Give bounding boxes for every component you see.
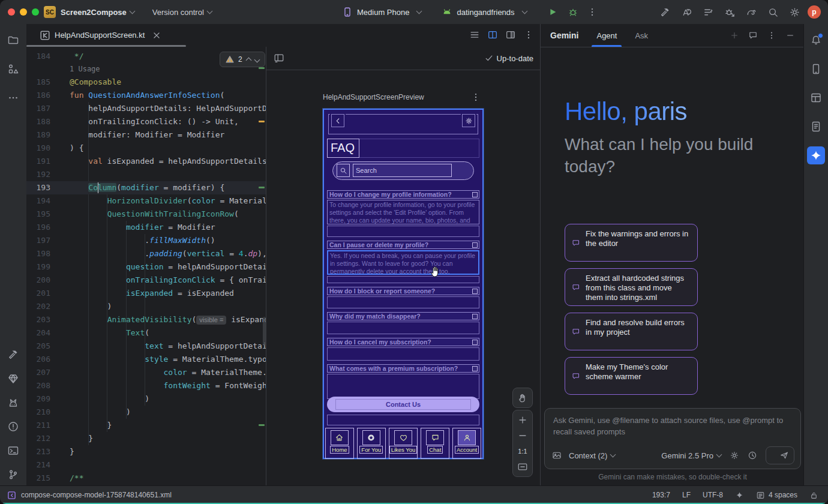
task-list-icon[interactable] [703, 7, 714, 18]
code-line-192[interactable]: 192 [26, 168, 266, 181]
code-line-185[interactable]: 185@Composable [26, 76, 266, 89]
version-control-menu[interactable]: Version control [152, 8, 204, 17]
debug-button[interactable] [568, 7, 578, 17]
faq-question[interactable]: What comes with a premium subscription? [327, 364, 479, 373]
gemini-settings-icon[interactable] [730, 451, 739, 460]
faq-answer[interactable]: Yes. If you need a break, you can pause … [327, 250, 479, 275]
inspection-mark[interactable] [259, 67, 265, 69]
project-name-menu[interactable]: Screen2Compose [61, 8, 127, 17]
plus-icon[interactable] [730, 31, 739, 40]
contact-us-button[interactable]: Contact Us [327, 397, 479, 412]
project-folder-icon[interactable] [4, 31, 22, 49]
code-line-191[interactable]: 191 val isExpanded = helpAndSupportDetai… [26, 155, 266, 168]
expand-icon[interactable] [472, 366, 478, 371]
tab-helpandsupportscreen[interactable]: HelpAndSupportScreen.kt [32, 24, 169, 46]
code-line-203[interactable]: 203 AnimatedVisibility(visible = isExpan… [26, 313, 266, 326]
zoom-actual-size-button[interactable]: 1:1 [513, 444, 532, 458]
notifications-bell-icon[interactable] [807, 31, 825, 49]
settings-gear-icon[interactable] [789, 7, 800, 18]
code-line-205[interactable]: 205 text = helpAndSupportDetails.answer, [26, 340, 266, 353]
code-line-188[interactable]: 188 onTrailingIconClick: () -> Unit, [26, 115, 266, 128]
code-line-199[interactable]: 199 question = helpAndSupportDetails.que… [26, 260, 266, 274]
code-line-204[interactable]: 204 Text( [26, 326, 266, 340]
indent-setting[interactable]: 4 spaces [756, 491, 797, 500]
running-devices-icon[interactable] [807, 60, 825, 78]
gemini-prompt-box[interactable]: Ask Gemini, use @filename to attach sour… [544, 408, 801, 469]
zoom-in-button[interactable] [513, 413, 532, 427]
chat-bubble-icon[interactable] [748, 31, 758, 40]
minus-line-icon[interactable] [785, 31, 795, 40]
code-line-194[interactable]: 194 HorizontalDivider(color = MaterialTh… [26, 194, 266, 208]
inspection-mark[interactable] [259, 187, 265, 188]
more-dots-icon[interactable] [4, 89, 22, 107]
gemini-suggestion-card[interactable]: Find and resolve build errors in my proj… [565, 313, 698, 350]
send-button[interactable] [766, 446, 794, 464]
build-hammer-icon[interactable] [659, 7, 671, 18]
nav-item-home[interactable]: Home [325, 428, 354, 459]
code-line-214[interactable]: 214 [26, 458, 266, 472]
maximize-window-button[interactable] [32, 8, 39, 16]
layout-panes-icon[interactable] [274, 53, 284, 64]
gemini-prompt-input[interactable]: Ask Gemini, use @filename to attach sour… [545, 409, 800, 443]
nav-item-account[interactable]: Account [452, 428, 481, 459]
code-line-213[interactable]: 213} [26, 445, 266, 458]
run-button[interactable] [547, 7, 558, 17]
code-line-187[interactable]: 187 helpAndSupportDetails: HelpAndSuppor… [26, 102, 266, 115]
device-explorer-icon[interactable] [807, 118, 825, 136]
zoom-out-button[interactable] [513, 428, 532, 443]
terminal-icon[interactable] [4, 442, 22, 460]
split-editor-icon[interactable] [487, 29, 498, 40]
layout-inspector-icon[interactable] [807, 89, 825, 107]
code-line-211[interactable]: 211 } [26, 419, 266, 432]
close-window-button[interactable] [8, 8, 15, 16]
code-line-206[interactable]: 206 style = MaterialTheme.typography.bod… [26, 353, 266, 366]
problems-circle-icon[interactable] [4, 418, 22, 436]
insights-gem-icon[interactable] [4, 370, 22, 388]
device-selector[interactable]: Medium Phone [342, 7, 421, 17]
code-line-197[interactable]: 197 .fillMaxWidth() [26, 234, 266, 247]
preview-canvas[interactable]: HelpAndSupportScreenPreview FAQ Search H… [266, 70, 541, 486]
kebab-icon[interactable] [767, 31, 776, 40]
user-avatar[interactable]: p [808, 5, 821, 19]
faq-question[interactable]: Can I pause or delete my profile? [327, 241, 479, 249]
git-branch-icon[interactable] [4, 466, 22, 484]
resource-structure-icon[interactable] [4, 60, 22, 78]
gemini-suggestion-card[interactable]: Fix the warnings and errors in the edito… [565, 224, 698, 262]
gemini-suggestion-card[interactable]: Make my Theme's color scheme warmer [565, 357, 698, 395]
previous-warning-icon[interactable] [245, 58, 251, 64]
code-line-201[interactable]: 201 isExpanded = isExpanded [26, 287, 266, 300]
kebab-icon[interactable] [523, 29, 534, 40]
faq-answer[interactable]: To change your profile information, go t… [327, 200, 479, 224]
history-clock-icon[interactable] [748, 451, 757, 460]
code-editor[interactable]: 184 */1 Usage185@Composable186fun Questi… [26, 47, 266, 486]
file-encoding[interactable]: UTF-8 [703, 491, 723, 499]
code-line-186[interactable]: 186fun QuestionAndAnswerInfoSection( [26, 89, 266, 102]
code-line-190[interactable]: 190) { [26, 142, 266, 155]
structure-lines-icon[interactable] [469, 29, 480, 40]
code-line-202[interactable]: 202 ) [26, 300, 266, 313]
run-configuration-selector[interactable]: datingandfriends [442, 7, 526, 17]
code-line-212[interactable]: 212 } [26, 432, 266, 445]
context-selector[interactable]: Context (2) [569, 451, 607, 460]
preview-phone-frame[interactable]: FAQ Search How do I change my profile in… [323, 109, 484, 459]
code-line-207[interactable]: 207 color = MaterialTheme.colorScheme.on… [26, 366, 266, 379]
wireframe-back-button[interactable] [330, 113, 346, 128]
more-run-options-button[interactable] [587, 7, 598, 17]
code-line-200[interactable]: 200 onTrailingIconClick = { onTrailingIc… [26, 274, 266, 287]
nav-item-for-you[interactable]: For You [357, 428, 386, 459]
profiler-bug-icon[interactable] [724, 7, 736, 18]
search-everywhere-icon[interactable] [767, 7, 779, 18]
gemini-suggestion-card[interactable]: Extract all hardcoded strings from this … [565, 268, 698, 306]
gemini-star-icon[interactable] [807, 146, 825, 164]
inspection-mark[interactable] [259, 424, 265, 426]
ai-assist-icon[interactable] [681, 7, 692, 18]
model-selector[interactable]: Gemini 2.5 Pro [661, 451, 713, 460]
wireframe-search-bar[interactable]: Search [332, 161, 474, 180]
faq-question[interactable]: How do I cancel my subscription? [327, 338, 479, 346]
line-separator[interactable]: LF [682, 491, 691, 499]
caret-position[interactable]: 193:7 [652, 491, 670, 499]
gemini-tab-agent[interactable]: Agent [595, 24, 618, 47]
status-file-name[interactable]: compose-compose-model-1758748140651.xml [21, 491, 172, 499]
gemini-tab-ask[interactable]: Ask [634, 24, 649, 47]
code-line-209[interactable]: 209 ) [26, 392, 266, 406]
